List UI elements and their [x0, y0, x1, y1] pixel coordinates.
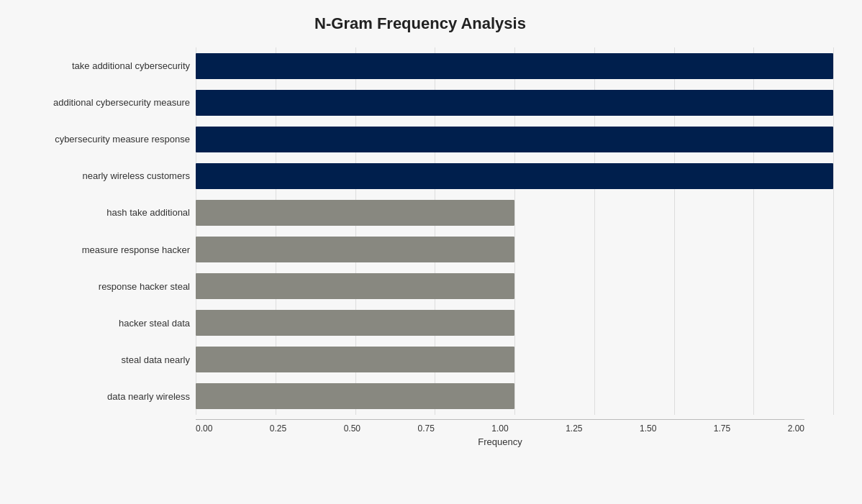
bar — [196, 127, 833, 152]
bar — [196, 90, 833, 116]
y-label: hash take additional — [7, 194, 190, 231]
y-label: take additional cybersecurity — [7, 47, 190, 84]
x-tick: 1.00 — [491, 423, 508, 434]
grid-line — [833, 47, 834, 415]
x-tick: 1.25 — [566, 423, 582, 434]
bar-row — [196, 231, 833, 267]
chart-container: N-Gram Frequency Analysis take additiona… — [0, 0, 862, 504]
bar — [196, 200, 514, 226]
bar — [196, 347, 514, 372]
chart-title: N-Gram Frequency Analysis — [7, 14, 833, 33]
y-label: response hacker steal — [7, 268, 190, 305]
x-tick: 1.50 — [640, 423, 656, 434]
x-axis-label: Frequency — [196, 436, 804, 447]
x-tick: 2.00 — [788, 423, 804, 434]
y-label: measure response hacker — [7, 231, 190, 267]
bar-row — [196, 268, 833, 305]
x-tick: 0.00 — [196, 423, 212, 434]
bar — [196, 383, 514, 409]
bar-row — [196, 157, 833, 194]
x-tick: 0.25 — [270, 423, 286, 434]
bar — [196, 53, 833, 79]
y-label: cybersecurity measure response — [7, 121, 190, 157]
y-label: additional cybersecurity measure — [7, 84, 190, 121]
y-label: data nearly wireless — [7, 378, 190, 415]
bar-row — [196, 305, 833, 342]
bar-row — [196, 194, 833, 231]
plot-area — [196, 47, 833, 415]
bar-row — [196, 342, 833, 378]
x-tick: 1.75 — [714, 423, 730, 434]
bar-row — [196, 378, 833, 415]
bar-row — [196, 84, 833, 121]
x-tick: 0.50 — [344, 423, 360, 434]
axis-line — [196, 419, 804, 420]
y-axis: take additional cybersecurityadditional … — [7, 47, 196, 415]
bar — [196, 273, 514, 299]
bar-row — [196, 121, 833, 157]
y-label: steal data nearly — [7, 342, 190, 378]
x-axis: 0.000.250.500.751.001.251.501.752.00 Fre… — [196, 415, 804, 447]
bar — [196, 163, 833, 189]
y-label: hacker steal data — [7, 305, 190, 342]
y-label: nearly wireless customers — [7, 157, 190, 194]
bar — [196, 310, 514, 336]
x-ticks: 0.000.250.500.751.001.251.501.752.00 — [196, 423, 804, 434]
bars-area — [196, 47, 833, 415]
bar-row — [196, 47, 833, 84]
bar — [196, 237, 514, 262]
x-tick: 0.75 — [417, 423, 434, 434]
